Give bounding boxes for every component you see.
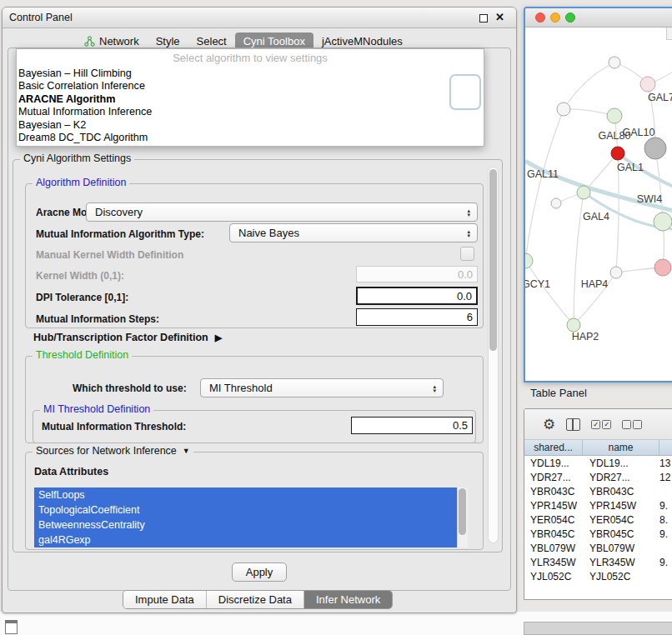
gear-icon[interactable]: ⚙ bbox=[543, 416, 555, 433]
minimize-traffic-light[interactable] bbox=[550, 12, 560, 22]
mi-type-label: Mutual Information Algorithm Type: bbox=[36, 228, 204, 240]
network-node[interactable] bbox=[607, 108, 622, 123]
column-header-extra[interactable] bbox=[659, 440, 672, 455]
algorithm-option[interactable]: Basic Correlation Inference bbox=[17, 80, 484, 92]
table-row[interactable]: YLR345WYLR345W9. bbox=[524, 555, 672, 569]
mi-type-select[interactable]: Naive Bayes ▴▾ bbox=[229, 223, 478, 242]
network-node[interactable] bbox=[577, 186, 590, 199]
list-scrollbar[interactable] bbox=[457, 488, 468, 548]
deselect-all-columns-icon[interactable] bbox=[622, 420, 642, 429]
network-node[interactable] bbox=[654, 259, 671, 276]
table-cell: YPR145W bbox=[583, 500, 659, 512]
hub-section-toggle[interactable]: Hub/Transcription Factor Definition ▶ bbox=[33, 332, 222, 343]
network-node-label: GAL1 bbox=[617, 162, 644, 173]
table-header: shared... name bbox=[524, 440, 672, 456]
cyni-settings-group: Cyni Algorithm Settings Algorithm Defini… bbox=[13, 159, 503, 552]
network-node[interactable] bbox=[644, 138, 666, 159]
table-row[interactable]: YPR145WYPR145W9. bbox=[524, 498, 672, 512]
table-row[interactable]: YDL19...YDL19...13 bbox=[524, 456, 672, 470]
table-cell: YDR27... bbox=[524, 472, 583, 483]
tab-label: jActiveMNodules bbox=[322, 35, 403, 48]
table-cell: YER054C bbox=[583, 514, 659, 526]
sources-group-title[interactable]: Sources for Network Inference ▼ bbox=[33, 445, 193, 457]
mi-threshold-input[interactable] bbox=[351, 417, 473, 434]
aracne-mode-select[interactable]: Discovery ▴▾ bbox=[86, 202, 478, 222]
mi-threshold-group: MI Threshold Definition Mutual Informati… bbox=[33, 410, 476, 443]
network-svg: GAL7GAL80GAL10GAL11GAL1SWI4GAL4GCY1HAP4H… bbox=[525, 28, 672, 378]
network-node-label: HAP2 bbox=[572, 331, 599, 342]
algorithm-option[interactable]: ARACNE Algorithm bbox=[17, 93, 484, 106]
table-cell: YLR345W bbox=[524, 557, 583, 568]
network-node[interactable] bbox=[654, 212, 672, 231]
apply-button[interactable]: Apply bbox=[232, 562, 288, 582]
network-node-label: SWI4 bbox=[637, 193, 663, 205]
select-all-columns-icon[interactable]: ✓✓ bbox=[591, 420, 611, 429]
manual-kernel-checkbox[interactable] bbox=[460, 247, 474, 261]
kernel-width-input[interactable] bbox=[356, 266, 478, 282]
attribute-list-item[interactable]: gal4RGexp bbox=[34, 532, 457, 548]
settings-scrollbar[interactable] bbox=[488, 167, 499, 543]
close-traffic-light[interactable] bbox=[535, 12, 545, 22]
float-window-icon[interactable] bbox=[479, 14, 488, 22]
table-cell: YBR045C bbox=[524, 528, 583, 540]
table-row[interactable]: YDR27...YDR27...12 bbox=[524, 470, 672, 484]
sources-group: Sources for Network Inference ▼ Data Att… bbox=[25, 452, 484, 550]
dpi-tolerance-input[interactable] bbox=[356, 287, 478, 305]
network-edge bbox=[525, 109, 564, 261]
network-node[interactable] bbox=[611, 147, 624, 160]
combo-arrows-icon: ▴▾ bbox=[433, 384, 436, 392]
popup-prompt: Select algorithm to view settings bbox=[17, 49, 484, 68]
table-cell: YBR043C bbox=[583, 486, 659, 498]
algorithm-dropdown-popup: Select algorithm to view settings Bayesi… bbox=[16, 48, 484, 147]
table-cell: YER054C bbox=[524, 514, 583, 526]
table-row[interactable]: YBL079WYBL079W bbox=[524, 541, 672, 555]
column-header-shared-name[interactable]: shared... bbox=[524, 440, 583, 455]
table-row[interactable]: YER054CYER054C8. bbox=[524, 512, 672, 527]
network-node[interactable] bbox=[609, 57, 620, 68]
table-row[interactable]: YBR043CYBR043C bbox=[524, 484, 672, 498]
attribute-list-item[interactable]: SelfLoops bbox=[34, 488, 457, 502]
table-row[interactable]: YJL052CYJL052C bbox=[524, 569, 672, 583]
close-icon[interactable]: ✕ bbox=[495, 11, 504, 23]
algorithm-option[interactable]: Bayesian – K2 bbox=[17, 119, 484, 132]
list-scrollbar-thumb[interactable] bbox=[459, 488, 466, 535]
network-node[interactable] bbox=[557, 102, 570, 116]
tab-discretize-data[interactable]: Discretize Data bbox=[206, 591, 303, 608]
algorithm-option[interactable]: Dream8 DC_TDC Algorithm bbox=[17, 132, 484, 144]
disclosure-down-icon: ▼ bbox=[183, 447, 190, 455]
mi-threshold-label: Mutual Information Threshold: bbox=[42, 421, 186, 432]
network-node[interactable] bbox=[610, 267, 622, 278]
mi-steps-input[interactable] bbox=[356, 308, 478, 326]
columns-icon[interactable] bbox=[566, 418, 580, 431]
combo-arrows-icon: ▴▾ bbox=[467, 229, 470, 238]
attribute-list-item[interactable]: TopologicalCoefficient bbox=[34, 502, 457, 518]
zoom-traffic-light[interactable] bbox=[565, 12, 575, 22]
network-node[interactable] bbox=[567, 318, 580, 332]
help-button[interactable] bbox=[449, 74, 481, 110]
network-window-titlebar[interactable] bbox=[525, 8, 672, 28]
tab-impute-data[interactable]: Impute Data bbox=[123, 591, 206, 608]
app-root: Control Panel ✕ Network Style Select Cyn… bbox=[0, 0, 672, 635]
network-node[interactable] bbox=[525, 253, 533, 268]
scrollbar-corner bbox=[666, 28, 672, 40]
algorithm-option[interactable]: Mutual Information Inference bbox=[17, 106, 484, 118]
table-panel-window: ⚙ ✓✓ shared... name YDL19...YDL19...13YD… bbox=[524, 408, 672, 600]
network-canvas[interactable]: GAL7GAL80GAL10GAL11GAL1SWI4GAL4GCY1HAP4H… bbox=[525, 28, 672, 378]
network-node[interactable] bbox=[640, 77, 655, 92]
tab-infer-network[interactable]: Infer Network bbox=[303, 591, 392, 608]
network-node[interactable] bbox=[551, 198, 561, 208]
mi-type-value: Naive Bayes bbox=[238, 227, 467, 239]
algorithm-option[interactable]: Bayesian – Hill Climbing bbox=[17, 68, 484, 80]
which-threshold-select[interactable]: MI Threshold ▴▾ bbox=[200, 378, 444, 398]
table-row[interactable]: YBR045CYBR045C9. bbox=[524, 527, 672, 541]
network-node-label: GAL4 bbox=[583, 211, 609, 222]
combo-arrows-icon: ▴▾ bbox=[467, 208, 470, 217]
network-edge bbox=[564, 62, 614, 109]
column-header-name[interactable]: name bbox=[583, 440, 659, 455]
table-cell: YBR043C bbox=[524, 486, 583, 498]
settings-scrollbar-thumb[interactable] bbox=[489, 169, 497, 351]
table-cell: 13 bbox=[659, 458, 672, 469]
panel-dock-icon[interactable] bbox=[5, 620, 18, 634]
attribute-list-item[interactable]: BetweennessCentrality bbox=[34, 518, 457, 532]
data-attributes-list: SelfLoopsTopologicalCoefficientBetweenne… bbox=[34, 488, 468, 548]
